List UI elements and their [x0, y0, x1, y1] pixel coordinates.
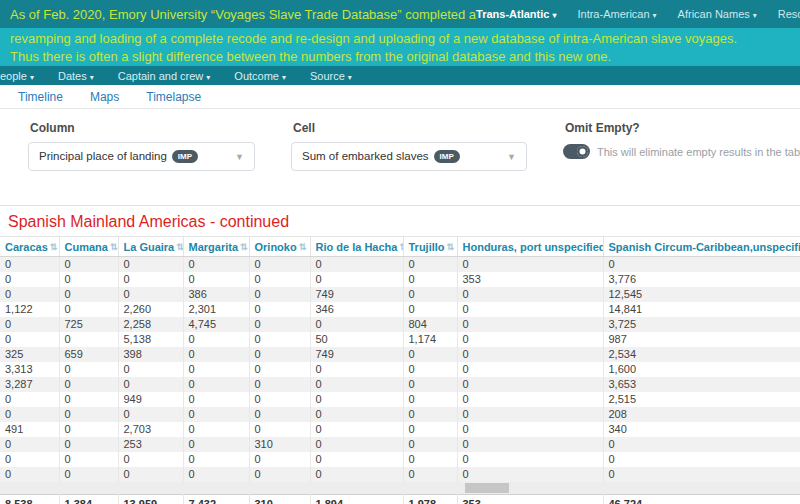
table-row: 3,31300000001,600 — [0, 362, 800, 377]
view-tabs: TimelineMapsTimelapse — [0, 85, 800, 109]
column-header[interactable]: Orinoko⇅ — [249, 237, 310, 257]
table-cell: 0 — [183, 422, 249, 437]
table-cell: 0 — [457, 407, 603, 422]
table-cell: 2,515 — [603, 392, 800, 407]
table-cell: 0 — [183, 437, 249, 452]
table-cell: 0 — [0, 407, 59, 422]
table-cell: 0 — [59, 257, 118, 272]
table-cell: 0 — [457, 317, 603, 332]
filter-menu-item-source[interactable]: Source▾ — [310, 70, 352, 82]
table-cell: 0 — [310, 317, 403, 332]
table-cell: 0 — [403, 377, 457, 392]
table-cell: 0 — [310, 452, 403, 467]
table-cell: 804 — [403, 317, 457, 332]
table-title: Spanish Mainland Americas - continued — [0, 206, 800, 236]
table-cell: 725 — [59, 317, 118, 332]
table-cell: 0 — [183, 407, 249, 422]
table-cell: 0 — [59, 272, 118, 287]
top-nav-item-intra-american[interactable]: Intra-American▾ — [577, 8, 656, 20]
cell-filter-dropdown[interactable]: Sum of embarked slavesIMP ▼ — [291, 142, 527, 171]
column-filter-label: Column — [30, 121, 255, 135]
table-cell: 0 — [183, 467, 249, 482]
table-cell: 0 — [457, 347, 603, 362]
table-cell: 0 — [249, 332, 310, 347]
table-cell: 0 — [249, 392, 310, 407]
banner-marquee: revamping and loading of a complete reco… — [0, 28, 800, 66]
table-cell: 0 — [0, 437, 59, 452]
table-row: 00000000208 — [0, 407, 800, 422]
column-header[interactable]: Honduras, port unspecified⇅ — [457, 237, 603, 257]
totals-cell: 8,538 — [0, 494, 59, 504]
filter-menu-item-dates[interactable]: Dates▾ — [58, 70, 94, 82]
table-row: 49102,70300000340 — [0, 422, 800, 437]
top-nav-item-african-names[interactable]: African Names▾ — [678, 8, 757, 20]
horizontal-scrollbar[interactable] — [0, 482, 800, 494]
table-cell: 0 — [403, 452, 457, 467]
sort-icon[interactable]: ⇅ — [110, 242, 118, 252]
column-header[interactable]: Spanish Circum-Caribbean,unspecified⇅ — [603, 237, 800, 257]
sort-icon[interactable]: ⇅ — [50, 242, 58, 252]
table-cell: 987 — [603, 332, 800, 347]
chevron-down-icon: ▾ — [206, 73, 210, 82]
table-cell: 0 — [118, 407, 183, 422]
totals-table: 8,5381,38413,9597,4323101,8941,97835346,… — [0, 494, 800, 504]
table-cell: 0 — [249, 272, 310, 287]
table-cell: 0 — [0, 467, 59, 482]
column-header[interactable]: La Guaira⇅ — [118, 237, 183, 257]
column-filter-dropdown[interactable]: Principal place of landingIMP ▼ — [28, 142, 255, 171]
tab-timelapse[interactable]: Timelapse — [146, 90, 201, 104]
table-cell: 0 — [183, 452, 249, 467]
table-cell: 0 — [457, 332, 603, 347]
column-header[interactable]: Rio de la Hacha⇅ — [310, 237, 403, 257]
table-row: 07252,2584,7450080403,725 — [0, 317, 800, 332]
table-cell: 3,725 — [603, 317, 800, 332]
table-row: 0025303100000 — [0, 437, 800, 452]
table-cell: 749 — [310, 347, 403, 362]
table-cell: 0 — [249, 302, 310, 317]
table-row: 000000000 — [0, 257, 800, 272]
table-cell: 0 — [403, 392, 457, 407]
scrollbar-thumb[interactable] — [465, 483, 509, 493]
column-header[interactable]: Caracas⇅ — [0, 237, 59, 257]
column-header[interactable]: Margarita⇅ — [183, 237, 249, 257]
filter-menu-item-outcome[interactable]: Outcome▾ — [234, 70, 286, 82]
sort-icon[interactable]: ⇅ — [447, 242, 455, 252]
table-cell: 253 — [118, 437, 183, 452]
chevron-down-icon: ▾ — [348, 73, 352, 82]
filter-menu-item-eople[interactable]: eople▾ — [0, 70, 34, 82]
table-cell: 5,138 — [118, 332, 183, 347]
tab-timeline[interactable]: Timeline — [18, 90, 63, 104]
table-cell: 0 — [59, 287, 118, 302]
column-header-label: La Guaira — [124, 241, 175, 253]
omit-empty-toggle[interactable] — [563, 144, 590, 159]
sort-icon[interactable]: ⇅ — [399, 242, 403, 252]
table-cell: 0 — [403, 257, 457, 272]
table-row: 000000000 — [0, 467, 800, 482]
table-row: 005,13800501,1740987 — [0, 332, 800, 347]
table-cell: 949 — [118, 392, 183, 407]
totals-cell: 46,724 — [603, 494, 800, 504]
totals-row: 8,5381,38413,9597,4323101,8941,97835346,… — [0, 494, 800, 504]
table-cell: 12,545 — [603, 287, 800, 302]
sort-icon[interactable]: ⇅ — [176, 242, 183, 252]
sort-icon[interactable]: ⇅ — [299, 242, 307, 252]
table-cell: 0 — [403, 467, 457, 482]
filter-menu-bar: eople▾Dates▾Captain and crew▾Outcome▾Sou… — [0, 66, 800, 85]
filter-menu-item-captain-and-crew[interactable]: Captain and crew▾ — [118, 70, 211, 82]
column-header[interactable]: Cumana⇅ — [59, 237, 118, 257]
table-cell: 0 — [118, 362, 183, 377]
table-cell: 0 — [249, 377, 310, 392]
top-nav-item-trans-atlantic[interactable]: Trans-Atlantic▾ — [476, 8, 556, 20]
column-header-label: Margarita — [189, 241, 239, 253]
tab-maps[interactable]: Maps — [90, 90, 119, 104]
table-cell: 2,703 — [118, 422, 183, 437]
table-cell: 208 — [603, 407, 800, 422]
sort-icon[interactable]: ⇅ — [240, 242, 248, 252]
table-cell: 353 — [457, 272, 603, 287]
top-nav-item-resources[interactable]: Resources▾ — [778, 8, 800, 20]
column-header[interactable]: Trujillo⇅ — [403, 237, 457, 257]
table-cell: 0 — [310, 392, 403, 407]
table-cell: 0 — [183, 332, 249, 347]
table-row: 00038607490012,545 — [0, 287, 800, 302]
column-header-label: Caracas — [5, 241, 48, 253]
